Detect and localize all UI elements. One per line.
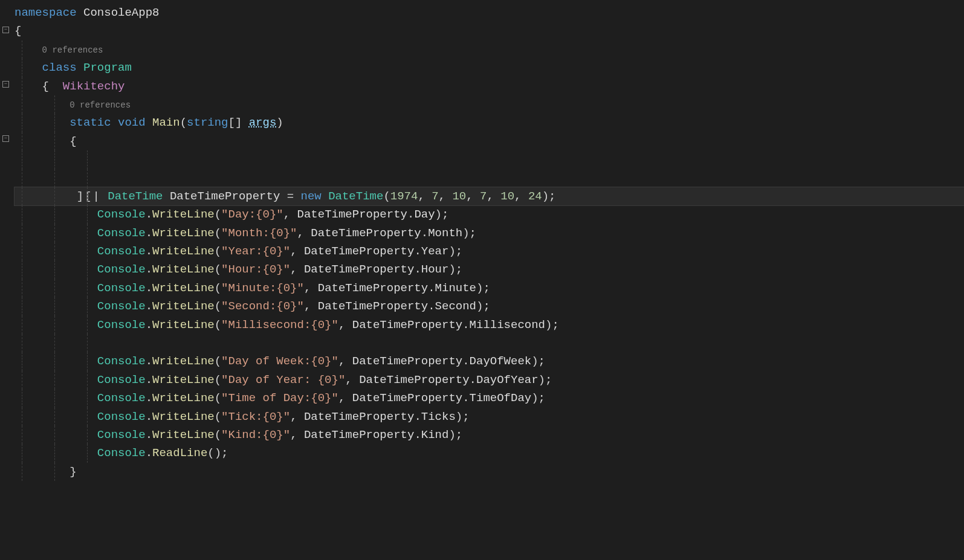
type-console: Console [97, 263, 146, 276]
number-literal: 7 [480, 190, 487, 203]
fold-icon[interactable]: − [2, 27, 9, 33]
code-lens-references[interactable]: 0 references [42, 45, 103, 55]
string-literal: "Year:{0}" [221, 245, 290, 258]
paren-close: ); [531, 355, 545, 368]
type-datetime: DateTime [328, 190, 383, 203]
keyword-new: new [301, 190, 322, 203]
property-name: Day [414, 208, 435, 221]
type-datetime: DateTime [108, 190, 163, 203]
param-args: args [249, 116, 277, 129]
assign-op: = [280, 190, 300, 203]
property-name: Second [435, 300, 476, 313]
variable-ref: DateTimeProperty [304, 263, 414, 276]
string-literal: "Kind:{0}" [221, 428, 290, 442]
property-name: DayOfYear [476, 373, 539, 387]
paren-open: ( [215, 227, 221, 240]
method-writeline: WriteLine [152, 282, 215, 295]
annotation-label: Wikitechy [63, 80, 125, 93]
dot: . [414, 245, 421, 258]
code-lens-references[interactable]: 0 references [70, 100, 131, 110]
dot: . [414, 263, 421, 276]
paren-open: ( [215, 428, 221, 442]
method-readline: ReadLine [152, 446, 207, 460]
dot: . [462, 355, 469, 368]
property-name: TimeOfDay [470, 391, 532, 405]
property-name: Hour [421, 263, 449, 276]
comma: , [466, 190, 480, 203]
comma: , [290, 245, 304, 258]
paren-close: ); [539, 373, 552, 387]
string-literal: "Day of Year: {0}" [221, 373, 345, 387]
number-literal: 10 [500, 190, 514, 203]
property-name: Year [421, 245, 449, 258]
comma: , [487, 190, 500, 203]
property-name: DayOfWeek [470, 355, 532, 368]
dot: . [428, 300, 435, 313]
paren-close: ); [456, 410, 470, 423]
paren-open: ( [215, 355, 221, 368]
comma: , [338, 391, 352, 405]
type-console: Console [97, 355, 146, 368]
fold-icon[interactable]: − [2, 135, 9, 142]
number-literal: 10 [452, 190, 466, 203]
paren-open: ( [215, 391, 221, 405]
method-writeline: WriteLine [152, 373, 215, 387]
paren-close: ); [476, 282, 490, 295]
type-console: Console [97, 245, 146, 258]
paren-open: ( [383, 190, 390, 203]
type-console: Console [97, 300, 146, 313]
keyword-class: class [42, 61, 77, 74]
type-console: Console [97, 227, 146, 240]
variable-ref: DateTimeProperty [318, 300, 428, 313]
code-area[interactable]: namespace ConsoleApp8{ 0 references clas… [15, 4, 964, 481]
paren-open: ( [215, 373, 221, 387]
string-literal: "Time of Day:{0}" [221, 391, 338, 405]
property-name: Month [428, 227, 462, 240]
paren-close: ); [542, 190, 556, 203]
string-literal: "Hour:{0}" [221, 263, 290, 276]
comma: , [290, 428, 304, 442]
string-literal: "Minute:{0}" [221, 282, 304, 295]
property-name: Minute [435, 282, 476, 295]
paren-close: ); [448, 245, 462, 258]
type-console: Console [97, 318, 146, 332]
string-literal: "Millisecond:{0}" [221, 318, 338, 332]
method-writeline: WriteLine [152, 391, 215, 405]
comma: , [297, 227, 311, 240]
comma: , [439, 190, 453, 203]
code-editor[interactable]: − − − namespace ConsoleApp8{ 0 reference… [0, 0, 964, 481]
property-name: Ticks [421, 410, 456, 423]
paren-open: ( [180, 116, 187, 129]
variable-ref: DateTimeProperty [304, 428, 414, 442]
comma: , [304, 282, 318, 295]
paren-close: ); [545, 318, 559, 332]
gutter: − − − [0, 4, 15, 481]
dot: . [146, 373, 152, 387]
paren-open: ( [215, 410, 221, 423]
comma: , [338, 355, 352, 368]
fold-icon[interactable]: − [2, 81, 9, 88]
method-writeline: WriteLine [152, 318, 215, 332]
variable-ref: DateTimeProperty [352, 318, 462, 332]
text-cursor: ][| [77, 187, 101, 205]
paren-open: ( [215, 300, 221, 313]
method-writeline: WriteLine [152, 263, 215, 276]
variable-ref: DateTimeProperty [311, 227, 421, 240]
method-writeline: WriteLine [152, 410, 215, 423]
comma: , [345, 373, 359, 387]
paren-close: ); [531, 391, 545, 405]
number-literal: 1974 [390, 190, 418, 203]
type-console: Console [97, 282, 146, 295]
method-writeline: WriteLine [152, 355, 215, 368]
dot: . [146, 391, 152, 405]
type-console: Console [97, 373, 146, 387]
comma: , [290, 410, 304, 423]
variable-ref: DateTimeProperty [304, 410, 414, 423]
brace-open: { [15, 24, 21, 37]
comma: , [283, 208, 297, 221]
dot: . [462, 391, 469, 405]
type-console: Console [97, 410, 146, 423]
class-name: Program [83, 61, 132, 74]
string-literal: "Day:{0}" [221, 208, 283, 221]
brace-close: } [70, 465, 76, 478]
